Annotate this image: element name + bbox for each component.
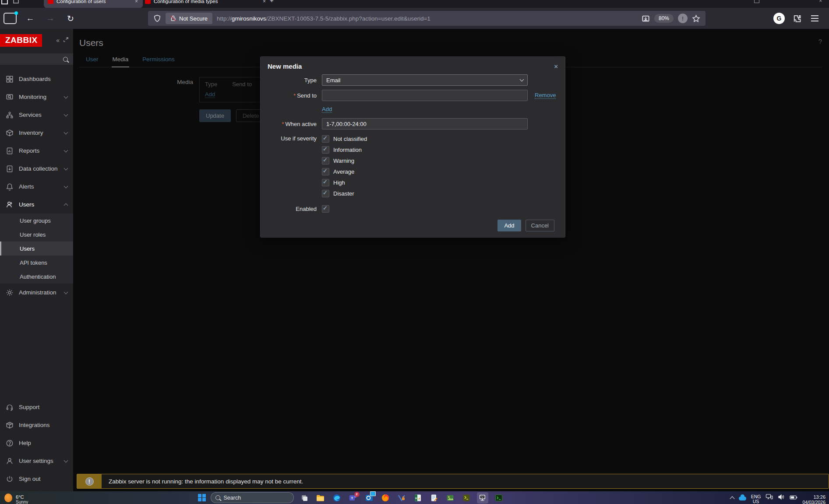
reload-button[interactable]: ↻ — [63, 11, 78, 26]
checkbox-high[interactable] — [322, 179, 329, 186]
chevron-down-icon — [64, 112, 68, 116]
tab-close-icon[interactable]: × — [134, 0, 139, 4]
file-explorer-icon[interactable] — [315, 492, 326, 504]
sidebar-item-data-collection[interactable]: Data collection — [0, 160, 73, 178]
chevron-down-icon — [64, 166, 68, 170]
window-fragment-icon — [13, 0, 19, 4]
checkbox-not-classified[interactable] — [322, 135, 329, 143]
clock-widget[interactable]: 13:26 04/03/2026 — [802, 494, 825, 504]
sidebar-item-sign-out[interactable]: Sign out — [0, 470, 73, 488]
menu-hamburger-icon[interactable] — [808, 13, 821, 24]
tab-close-icon[interactable]: × — [262, 0, 267, 4]
task-view-icon[interactable] — [299, 492, 310, 504]
tab-title: Configuration of media types — [154, 0, 259, 4]
zabbix-logo[interactable]: ZABBIX — [0, 34, 42, 47]
type-select[interactable]: Email — [322, 74, 528, 86]
sidebar-item-label: Administration — [19, 289, 56, 296]
sidebar-item-inventory[interactable]: Inventory — [0, 124, 73, 142]
forward-button[interactable]: → — [43, 11, 58, 26]
terminal-icon[interactable] — [493, 492, 504, 504]
taskbar-search[interactable]: Search — [211, 492, 294, 503]
media-app-icon[interactable] — [444, 492, 456, 504]
onedrive-cloud-icon[interactable] — [739, 497, 746, 500]
outlook-icon[interactable] — [363, 492, 375, 504]
sidebar-item-services[interactable]: Services — [0, 106, 73, 124]
sidebar: ZABBIX « Dashboards — [0, 29, 73, 491]
speaker-icon[interactable] — [778, 494, 785, 502]
sidebar-item-user-groups[interactable]: User groups — [0, 214, 73, 228]
window-maximize-icon[interactable] — [754, 0, 759, 3]
not-secure-chip[interactable]: Not Secure — [166, 13, 212, 24]
chevron-down-icon — [64, 130, 68, 134]
modal-cancel-button[interactable]: Cancel — [526, 220, 554, 231]
download-icon[interactable] — [642, 14, 650, 23]
active-pc-app-icon[interactable] — [477, 492, 488, 504]
sidebar-expand-icon[interactable] — [63, 37, 69, 44]
extensions-puzzle-icon[interactable] — [793, 14, 801, 23]
sidebar-item-alerts[interactable]: Alerts — [0, 178, 73, 196]
zabbix-favicon — [145, 0, 151, 4]
search-icon — [215, 495, 220, 500]
extension-icon[interactable]: ! — [678, 14, 688, 23]
add-send-to-link[interactable]: Add — [322, 106, 332, 113]
sidebar-search-input[interactable] — [0, 53, 73, 65]
bookmark-star-icon[interactable] — [692, 14, 700, 23]
new-tab-button[interactable]: + — [270, 0, 274, 4]
zoom-level-badge[interactable]: 80% — [654, 14, 674, 23]
sidebar-item-label: Dashboards — [19, 76, 51, 82]
teams-icon[interactable]: T 2 — [347, 492, 359, 504]
back-button[interactable]: ← — [23, 11, 38, 26]
screen: Configuration of users × Configuration o… — [0, 0, 829, 504]
sidebar-item-administration[interactable]: Administration — [0, 284, 73, 301]
browser-tab-media-types[interactable]: Configuration of media types × — [141, 0, 271, 8]
sidebar-collapse-icon[interactable]: « — [56, 37, 60, 44]
checkbox-average[interactable] — [322, 168, 329, 175]
new-media-modal: New media × Type Email *Send to Remove A… — [260, 56, 565, 238]
tray-chevron-up-icon[interactable] — [730, 496, 734, 501]
url-bar[interactable]: Not Secure http://gmirosnikovs/ZBXNEXT-1… — [148, 11, 706, 26]
excel-xfd-icon[interactable]: x — [412, 492, 423, 504]
shield-icon[interactable] — [153, 14, 161, 22]
when-active-input[interactable]: 1-7,00:00-24:00 — [322, 118, 528, 130]
browser-toolbar: ← → ↻ Not Secure http://gmirosnikovs/ZBX… — [0, 8, 829, 29]
modal-close-icon[interactable]: × — [554, 63, 558, 70]
checkbox-warning[interactable] — [322, 157, 329, 164]
tab-title: Configuration of users — [56, 0, 131, 4]
sidebar-item-monitoring[interactable]: Monitoring — [0, 88, 73, 106]
network-display-icon[interactable] — [766, 494, 773, 502]
security-label: Not Secure — [179, 15, 208, 22]
window-close-icon[interactable]: × — [819, 0, 822, 4]
modal-add-button[interactable]: Add — [497, 220, 521, 231]
checkbox-disaster[interactable] — [322, 190, 329, 197]
code-app-icon[interactable] — [461, 492, 472, 504]
battery-icon[interactable] — [790, 494, 797, 502]
profile-avatar[interactable]: G — [773, 13, 785, 24]
sidebar-item-users[interactable]: Users — [0, 196, 73, 214]
tray-date: 04/03/2026 — [802, 500, 825, 504]
sidebar-item-help[interactable]: Help — [0, 434, 73, 452]
sidebar-item-user-roles[interactable]: User roles — [0, 228, 73, 242]
browser-tab-users[interactable]: Configuration of users × — [44, 0, 143, 8]
send-to-input[interactable] — [322, 90, 528, 101]
remove-link[interactable]: Remove — [535, 92, 556, 99]
sidebar-item-authentication[interactable]: Authentication — [0, 270, 73, 284]
taskbar-weather-widget[interactable]: 6°C Sunny — [0, 491, 28, 504]
sidebar-item-users-sub[interactable]: Users — [0, 242, 73, 256]
sidebar-item-label: Sign out — [19, 476, 41, 482]
sidebar-item-dashboards[interactable]: Dashboards — [0, 70, 73, 88]
sidebar-item-api-tokens[interactable]: API tokens — [0, 256, 73, 270]
sidebar-item-user-settings[interactable]: User settings — [0, 452, 73, 470]
firefox-icon[interactable] — [380, 492, 391, 504]
sidebar-item-support[interactable]: Support — [0, 398, 73, 416]
app-v-lock-icon[interactable] — [396, 492, 407, 504]
language-indicator[interactable]: ENG US — [751, 494, 761, 504]
enabled-checkbox[interactable] — [322, 205, 329, 213]
sidebar-item-reports[interactable]: Reports — [0, 142, 73, 160]
start-button[interactable] — [198, 494, 206, 502]
document-pencil-icon[interactable] — [428, 492, 440, 504]
firefox-view-icon[interactable] — [4, 13, 17, 24]
checkbox-information[interactable] — [322, 146, 329, 154]
url-text[interactable]: http://gmirosnikovs/ZBXNEXT-10053-7.5-5/… — [217, 15, 637, 22]
edge-browser-icon[interactable] — [331, 492, 342, 504]
sidebar-item-integrations[interactable]: Integrations — [0, 416, 73, 434]
